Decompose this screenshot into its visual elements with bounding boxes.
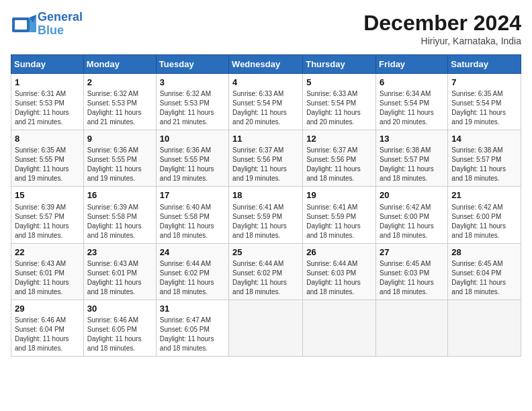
day-info: Sunset: 5:58 PM — [160, 212, 225, 222]
day-info: Sunrise: 6:47 AM — [160, 316, 225, 325]
svg-rect-1 — [15, 20, 27, 30]
day-info: Sunrise: 6:41 AM — [306, 203, 372, 212]
day-number: 27 — [380, 246, 444, 259]
day-info: Sunrise: 6:46 AM — [87, 316, 152, 325]
day-info: Sunrise: 6:44 AM — [160, 259, 225, 269]
logo-text: General Blue — [38, 11, 83, 38]
week-row-3: 15Sunrise: 6:39 AMSunset: 5:57 PMDayligh… — [11, 187, 521, 243]
column-header-friday: Friday — [376, 55, 448, 74]
day-info: Sunset: 6:04 PM — [451, 269, 517, 278]
calendar-cell: 23Sunrise: 6:43 AMSunset: 6:01 PMDayligh… — [83, 243, 156, 300]
day-info: and 18 minutes. — [87, 287, 152, 297]
day-info: Daylight: 11 hours — [15, 222, 80, 231]
calendar-cell: 2Sunrise: 6:32 AMSunset: 5:53 PMDaylight… — [83, 74, 156, 130]
day-info: Sunrise: 6:43 AM — [87, 259, 152, 269]
day-info: Sunset: 5:54 PM — [232, 99, 299, 108]
day-info: Sunrise: 6:46 AM — [15, 316, 80, 325]
day-info: Sunset: 5:55 PM — [87, 155, 152, 165]
day-info: and 18 minutes. — [380, 231, 444, 240]
day-info: Daylight: 11 hours — [306, 108, 372, 118]
calendar-cell — [229, 300, 303, 356]
calendar-cell: 13Sunrise: 6:38 AMSunset: 5:57 PMDayligh… — [376, 130, 448, 187]
day-info: and 18 minutes. — [232, 287, 299, 297]
day-number: 6 — [380, 77, 444, 89]
day-number: 23 — [87, 246, 152, 259]
calendar-cell: 10Sunrise: 6:36 AMSunset: 5:55 PMDayligh… — [156, 130, 228, 187]
day-number: 26 — [306, 246, 372, 259]
logo-icon — [11, 12, 35, 36]
week-row-5: 29Sunrise: 6:46 AMSunset: 6:04 PMDayligh… — [11, 300, 521, 356]
day-info: and 19 minutes. — [232, 174, 299, 183]
calendar-cell: 8Sunrise: 6:35 AMSunset: 5:55 PMDaylight… — [11, 130, 84, 187]
day-info: Daylight: 11 hours — [451, 165, 517, 174]
calendar-cell: 24Sunrise: 6:44 AMSunset: 6:02 PMDayligh… — [156, 243, 228, 300]
calendar-cell: 12Sunrise: 6:37 AMSunset: 5:56 PMDayligh… — [303, 130, 376, 187]
day-info: Sunset: 5:59 PM — [306, 212, 372, 222]
day-info: Sunrise: 6:45 AM — [451, 259, 517, 269]
day-info: Sunset: 5:54 PM — [380, 99, 444, 108]
day-info: Sunset: 6:05 PM — [87, 325, 152, 334]
day-info: Sunrise: 6:41 AM — [232, 203, 299, 212]
day-info: Sunrise: 6:32 AM — [87, 89, 152, 99]
day-info: Sunset: 5:57 PM — [380, 155, 444, 165]
day-info: and 18 minutes. — [380, 287, 444, 297]
day-number: 17 — [160, 189, 225, 201]
day-number: 13 — [380, 133, 444, 145]
logo: General Blue — [11, 11, 83, 38]
day-info: Sunrise: 6:44 AM — [306, 259, 372, 269]
day-info: Sunrise: 6:42 AM — [451, 203, 517, 212]
calendar-cell: 27Sunrise: 6:45 AMSunset: 6:03 PMDayligh… — [376, 243, 448, 300]
column-header-monday: Monday — [83, 55, 156, 74]
day-info: Sunset: 6:05 PM — [160, 325, 225, 334]
day-info: Daylight: 11 hours — [160, 165, 225, 174]
calendar-cell: 11Sunrise: 6:37 AMSunset: 5:56 PMDayligh… — [229, 130, 303, 187]
day-number: 31 — [160, 303, 225, 315]
day-info: Daylight: 11 hours — [232, 222, 299, 231]
week-row-1: 1Sunrise: 6:31 AMSunset: 5:53 PMDaylight… — [11, 74, 521, 130]
day-info: and 19 minutes. — [87, 174, 152, 183]
day-info: Daylight: 11 hours — [306, 222, 372, 231]
calendar-cell: 17Sunrise: 6:40 AMSunset: 5:58 PMDayligh… — [156, 187, 228, 243]
day-info: and 18 minutes. — [380, 174, 444, 183]
day-info: Daylight: 11 hours — [451, 278, 517, 287]
day-number: 12 — [306, 133, 372, 145]
calendar-cell — [448, 300, 521, 356]
calendar-cell: 21Sunrise: 6:42 AMSunset: 6:00 PMDayligh… — [448, 187, 521, 243]
day-info: and 18 minutes. — [15, 344, 80, 353]
calendar-cell: 19Sunrise: 6:41 AMSunset: 5:59 PMDayligh… — [303, 187, 376, 243]
day-info: Daylight: 11 hours — [380, 222, 444, 231]
day-number: 28 — [451, 246, 517, 259]
column-header-sunday: Sunday — [11, 55, 84, 74]
day-info: and 18 minutes. — [451, 174, 517, 183]
day-info: Sunrise: 6:33 AM — [232, 89, 299, 99]
calendar-cell: 26Sunrise: 6:44 AMSunset: 6:03 PMDayligh… — [303, 243, 376, 300]
day-info: Sunrise: 6:43 AM — [15, 259, 80, 269]
day-info: Sunrise: 6:36 AM — [87, 146, 152, 155]
day-info: Sunrise: 6:38 AM — [451, 146, 517, 155]
calendar-cell: 25Sunrise: 6:44 AMSunset: 6:02 PMDayligh… — [229, 243, 303, 300]
day-info: and 18 minutes. — [160, 344, 225, 353]
calendar-cell: 30Sunrise: 6:46 AMSunset: 6:05 PMDayligh… — [83, 300, 156, 356]
day-info: Sunset: 6:00 PM — [451, 212, 517, 222]
calendar-cell — [376, 300, 448, 356]
title-block: December 2024 Hiriyur, Karnataka, India — [363, 11, 521, 46]
day-info: and 21 minutes. — [15, 118, 80, 127]
day-number: 21 — [451, 189, 517, 201]
location: Hiriyur, Karnataka, India — [363, 36, 521, 46]
day-info: Daylight: 11 hours — [306, 165, 372, 174]
day-info: Sunset: 5:55 PM — [15, 155, 80, 165]
day-info: Daylight: 11 hours — [380, 165, 444, 174]
column-header-thursday: Thursday — [303, 55, 376, 74]
day-info: Daylight: 11 hours — [160, 108, 225, 118]
day-info: and 18 minutes. — [306, 231, 372, 240]
day-info: and 19 minutes. — [160, 174, 225, 183]
day-info: Sunset: 5:53 PM — [15, 99, 80, 108]
day-info: Sunset: 6:04 PM — [15, 325, 80, 334]
day-info: and 18 minutes. — [451, 231, 517, 240]
day-info: and 18 minutes. — [160, 287, 225, 297]
day-info: Sunrise: 6:32 AM — [160, 89, 225, 99]
day-info: and 19 minutes. — [451, 118, 517, 127]
day-info: and 18 minutes. — [15, 231, 80, 240]
day-info: and 20 minutes. — [232, 118, 299, 127]
day-number: 4 — [232, 77, 299, 89]
